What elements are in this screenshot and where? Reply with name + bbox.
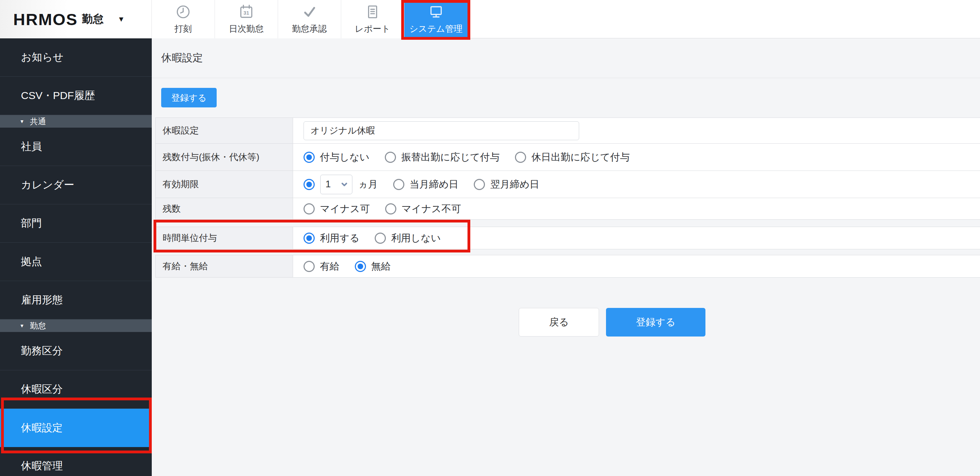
sidebar-item-label: 部門 xyxy=(21,216,42,230)
sidebar-item-label: 休暇管理 xyxy=(21,459,63,473)
row-label: 有効期限 xyxy=(156,171,293,198)
validity-months-group: 1 ヵ月 xyxy=(304,175,378,194)
radio-option-next-month-closing[interactable]: 翌月締め日 xyxy=(474,178,539,191)
row-paid-unpaid: 有給・無給 有給 無給 xyxy=(155,255,980,278)
row-label: 時間単位付与 xyxy=(156,227,293,249)
sidebar-item-leave-settings[interactable]: 休暇設定 xyxy=(0,409,152,447)
tab-reports[interactable]: レポート xyxy=(341,0,404,38)
radio-label: 利用しない xyxy=(391,232,441,245)
radio-icon xyxy=(304,152,315,163)
radio-icon xyxy=(304,203,315,214)
report-icon xyxy=(364,4,381,20)
radio-option-use[interactable]: 利用する xyxy=(304,232,360,245)
radio-label: 有給 xyxy=(320,260,339,273)
row-validity-period: 有効期限 1 ヵ月 xyxy=(155,171,980,198)
sidebar-item-work-categories[interactable]: 勤務区分 xyxy=(0,332,152,370)
form-block-hourly-grant: 時間単位付与 利用する 利用しない xyxy=(155,227,980,249)
radio-option-current-month-closing[interactable]: 当月締め日 xyxy=(393,178,459,191)
footer-actions: 戻る 登録する xyxy=(519,308,980,336)
leave-name-input[interactable] xyxy=(304,121,579,140)
radio-icon xyxy=(304,261,315,272)
sidebar-item-label: CSV・PDF履歴 xyxy=(21,89,95,103)
sidebar-item-label: 拠点 xyxy=(21,255,42,269)
radio-label: 無給 xyxy=(371,260,391,273)
row-label: 休暇設定 xyxy=(156,118,293,143)
tab-label: システム管理 xyxy=(409,23,462,35)
tab-label: 勤怠承認 xyxy=(292,23,327,35)
sidebar-item-label: カレンダー xyxy=(21,178,74,192)
radio-icon xyxy=(385,152,396,163)
radio-option-minus-not-allowed[interactable]: マイナス不可 xyxy=(385,202,461,216)
svg-text:31: 31 xyxy=(243,10,249,16)
sidebar-section-common[interactable]: ▼ 共通 xyxy=(0,115,152,128)
radio-label: マイナス可 xyxy=(320,202,370,216)
register-button-top[interactable]: 登録する xyxy=(161,88,216,108)
radio-icon xyxy=(355,261,366,272)
main-nav-tabs: 打刻 31 日次勤怠 勤怠承認 xyxy=(152,0,468,38)
sidebar-item-calendar[interactable]: カレンダー xyxy=(0,166,152,204)
tab-label: レポート xyxy=(355,23,390,35)
row-hourly-grant: 時間単位付与 利用する 利用しない xyxy=(155,227,980,249)
row-label: 残数付与(振休・代休等) xyxy=(156,144,293,171)
sidebar-item-departments[interactable]: 部門 xyxy=(0,204,152,243)
brand-product-name: 勤怠 xyxy=(82,12,103,27)
row-balance-grant: 残数付与(振休・代休等) 付与しない 振替出勤に応じて付与 休日出勤に応じて付与 xyxy=(155,144,980,171)
tab-label: 日次勤怠 xyxy=(229,23,264,35)
sidebar: お知らせ CSV・PDF履歴 ▼ 共通 社員 カレンダー 部門 拠点 雇用形態 … xyxy=(0,38,152,476)
chevron-down-icon xyxy=(342,183,347,186)
months-suffix: ヵ月 xyxy=(358,178,378,191)
radio-label: 付与しない xyxy=(320,151,369,164)
months-select[interactable]: 1 xyxy=(320,175,352,194)
monitor-icon xyxy=(428,4,444,20)
sidebar-section-label: 共通 xyxy=(30,116,46,127)
tab-daily-attendance[interactable]: 31 日次勤怠 xyxy=(215,0,278,38)
sidebar-item-locations[interactable]: 拠点 xyxy=(0,243,152,281)
sidebar-section-label: 勤怠 xyxy=(30,321,46,331)
radio-option-grant-holiday-work[interactable]: 休日出勤に応じて付与 xyxy=(515,151,630,164)
main-content: 休暇設定 登録する 休暇設定 残数付与(振休・代休等) 付与しない xyxy=(152,38,980,476)
radio-icon xyxy=(515,152,526,163)
tab-stamping[interactable]: 打刻 xyxy=(152,0,215,38)
calendar-icon: 31 xyxy=(238,4,255,20)
radio-label: 振替出勤に応じて付与 xyxy=(401,151,500,164)
radio-icon xyxy=(304,233,315,244)
tab-system-admin[interactable]: システム管理 xyxy=(404,0,468,38)
sidebar-section-attendance[interactable]: ▼ 勤怠 xyxy=(0,319,152,332)
sidebar-item-employees[interactable]: 社員 xyxy=(0,128,152,166)
radio-option-grant-substitute-work[interactable]: 振替出勤に応じて付与 xyxy=(385,151,500,164)
radio-option-no-grant[interactable]: 付与しない xyxy=(304,151,369,164)
radio-label: 休日出勤に応じて付与 xyxy=(531,151,630,164)
check-icon xyxy=(301,4,318,20)
sidebar-item-csv-pdf-history[interactable]: CSV・PDF履歴 xyxy=(0,77,152,115)
chevron-down-icon[interactable]: ▼ xyxy=(118,15,125,23)
radio-icon xyxy=(474,179,485,190)
clock-icon xyxy=(175,4,191,20)
chevron-down-icon: ▼ xyxy=(19,119,24,124)
row-leave-setting-name: 休暇設定 xyxy=(155,118,980,144)
top-header: HRMOS 勤怠 ▼ 打刻 31 日次勤怠 xyxy=(0,0,980,38)
brand-area[interactable]: HRMOS 勤怠 ▼ xyxy=(0,0,152,38)
months-select-value: 1 xyxy=(326,179,331,190)
radio-option-months[interactable] xyxy=(304,179,315,190)
tab-attendance-approval[interactable]: 勤怠承認 xyxy=(278,0,341,38)
radio-option-minus-allowed[interactable]: マイナス可 xyxy=(304,202,370,216)
radio-label: 翌月締め日 xyxy=(490,178,539,191)
radio-option-paid[interactable]: 有給 xyxy=(304,260,339,273)
sidebar-item-notices[interactable]: お知らせ xyxy=(0,38,152,77)
sidebar-item-employment-types[interactable]: 雇用形態 xyxy=(0,281,152,319)
page-title: 休暇設定 xyxy=(161,51,203,65)
radio-icon xyxy=(393,179,404,190)
sidebar-item-leave-management[interactable]: 休暇管理 xyxy=(0,447,152,476)
back-button[interactable]: 戻る xyxy=(519,308,599,336)
sidebar-item-label: 雇用形態 xyxy=(21,293,63,307)
sidebar-item-label: 勤務区分 xyxy=(21,344,63,358)
radio-option-unpaid[interactable]: 無給 xyxy=(355,260,391,273)
row-balance: 残数 マイナス可 マイナス不可 xyxy=(155,198,980,220)
radio-label: 当月締め日 xyxy=(410,178,459,191)
chevron-down-icon: ▼ xyxy=(19,323,24,328)
sidebar-item-leave-categories[interactable]: 休暇区分 xyxy=(0,370,152,409)
radio-label: 利用する xyxy=(320,232,360,245)
register-button-bottom[interactable]: 登録する xyxy=(606,308,705,336)
radio-option-not-use[interactable]: 利用しない xyxy=(375,232,441,245)
sidebar-item-label: 休暇区分 xyxy=(21,382,63,397)
